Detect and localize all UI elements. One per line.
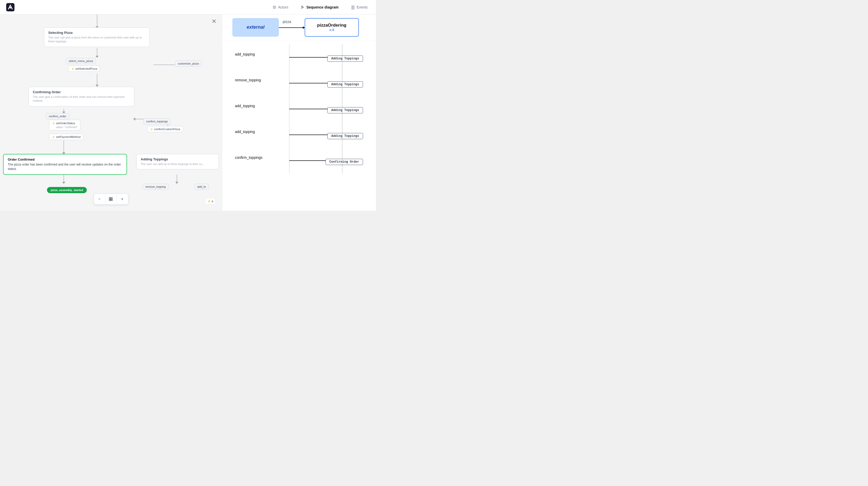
action-set-selected-pizza[interactable]: ⚡ setSelectedPizza [68,66,100,72]
sequence-label: Sequence diagram [306,5,339,9]
sequence-body: add_topping Adding Toppings remove_toppi… [222,40,376,178]
left-panel-flowchart: Selecting Pizza The user can pick a pizz… [0,14,222,211]
svg-rect-37 [111,200,112,201]
state-adding-toppings[interactable]: Adding Toppings The user can add up to t… [136,154,219,170]
set-payment-method-label: setPaymentMethod [56,135,81,139]
state-adding-toppings-2: Adding Toppings [328,81,363,88]
msg-confirm-toppings: confirm_toppings [235,155,262,160]
svg-marker-19 [95,85,99,87]
seq-row-remove-topping: remove_topping Adding Toppings [232,70,366,96]
msg-add-topping-2: add_topping [235,104,255,108]
set-order-status-label: setOrderStatus [56,122,75,125]
event-customize-pizza[interactable]: customize_pizza [175,60,202,67]
adding-toppings-title: Adding Toppings [141,157,215,161]
actor-pizza-ordering[interactable]: pizzaOrdering x:0 [305,18,359,37]
nav-actors[interactable]: Actors [270,4,290,11]
action-confirm-custom-pizza[interactable]: ⚡ confirmCustomPizza [147,126,183,132]
svg-point-1 [9,7,11,8]
pizza-init-arrow [279,27,305,28]
action-icon-2: ⚡ [52,122,55,125]
state-confirming-order[interactable]: Confirming Order The user gets a confirm… [28,87,134,107]
nav-items: Actors Sequence diagram Events [270,4,370,11]
action-set-order-status[interactable]: ⚡ setOrderStatus status: "confirmed" [49,120,80,130]
state-adding-toppings-4: Adding Toppings [328,133,363,139]
nav-sequence[interactable]: Sequence diagram [299,4,341,11]
logo[interactable] [6,3,14,11]
pizza-ordering-label: pizzaOrdering [317,23,346,28]
action-fragment: ⚡ a [205,198,216,205]
seq-row-add-topping-2: add_topping Adding Toppings [232,96,366,122]
right-panel-sequence: pizza external pizzaOrdering x:0 add_top… [222,14,376,211]
state-confirming-order: Confirming Order [326,159,363,165]
state-adding-toppings-1: Adding Toppings [328,56,363,62]
pizza-ordering-sub: x:0 [330,28,334,32]
main-container: Selecting Pizza The user can pick a pizz… [0,14,376,211]
status-param: status: "confirmed" [52,126,78,129]
zoom-in-button[interactable]: + [117,194,128,204]
close-button[interactable] [210,18,218,25]
add-to-label: add_to [197,185,206,188]
adding-toppings-desc: The user can add up to three toppings to… [141,162,215,166]
svg-marker-29 [133,118,135,121]
action-set-payment-method[interactable]: ⚡ setPaymentMethod [49,134,83,140]
zoom-controls: − + [94,194,128,205]
actors-icon [272,5,277,9]
action-icon-4: ⚡ [150,128,153,131]
state-selecting-pizza[interactable]: Selecting Pizza The user can pick a pizz… [44,27,150,47]
svg-rect-34 [109,198,111,199]
seq-row-confirm-toppings: confirm_toppings Confirming Order [232,148,366,174]
msg-remove-topping: remove_topping [235,78,261,82]
svg-marker-33 [175,182,178,184]
order-confirmed-title: Order Confirmed [8,157,122,161]
action-icon-3: ⚡ [52,135,55,139]
events-icon [351,5,355,9]
svg-marker-17 [95,56,99,58]
zoom-out-button[interactable]: − [94,194,105,204]
event-pizza-assembly-started[interactable]: pizza_assembly_started [47,187,87,193]
lifeline-pizza [342,44,342,174]
event-remove-topping-flow[interactable]: remove_topping [143,184,168,190]
event-confirm-toppings[interactable]: confirm_toppings [143,118,170,124]
pizza-assembly-label: pizza_assembly_started [51,188,83,192]
event-select-menu-pizza[interactable]: select_menu_pizza [66,58,96,64]
confirming-order-desc: The user gets a confirmation of their or… [33,95,130,103]
state-adding-toppings-3: Adding Toppings [328,107,363,113]
actors-label: Actors [278,5,288,9]
seq-row-add-topping-3: add_topping Adding Toppings [232,122,366,148]
confirm-toppings-label: confirm_toppings [146,120,168,123]
sequence-icon [301,5,305,9]
nav-events[interactable]: Events [349,4,370,11]
lifeline-external [289,44,289,174]
fragment-icon: ⚡ [207,200,211,203]
order-confirmed-desc: The pizza order has been confirmed and t… [8,162,122,171]
pizza-message-label: pizza [283,20,291,24]
actor-external[interactable]: external [232,18,279,37]
event-add-to[interactable]: add_to [194,184,209,190]
svg-rect-36 [109,200,111,201]
top-navigation: Actors Sequence diagram Events [0,0,376,14]
action-icon-1: ⚡ [71,67,74,70]
seq-row-add-topping-1: add_topping Adding Toppings [232,44,366,70]
events-label: Events [356,5,368,9]
selecting-pizza-desc: The user can pick a pizza from the menu … [48,36,145,43]
customize-pizza-label: customize_pizza [178,62,199,65]
select-menu-pizza-label: select_menu_pizza [69,59,93,62]
confirm-order-label: confirm_order [49,115,66,118]
fit-button[interactable] [105,194,117,204]
svg-rect-35 [111,198,112,199]
msg-add-topping-1: add_topping [235,52,255,56]
confirming-order-title: Confirming Order [33,90,130,94]
actor-external-label: external [247,25,265,30]
remove-topping-flow-label: remove_topping [145,185,166,188]
svg-marker-31 [62,182,65,184]
set-selected-pizza-label: setSelectedPizza [75,67,97,70]
selecting-pizza-title: Selecting Pizza [48,31,145,35]
msg-add-topping-3: add_topping [235,130,255,134]
actor-header: pizza external pizzaOrdering x:0 [222,14,376,40]
state-order-confirmed[interactable]: Order Confirmed The pizza order has been… [3,154,127,175]
event-confirm-order[interactable]: confirm_order [46,113,69,119]
confirm-custom-pizza-label: confirmCustomPizza [154,128,180,131]
